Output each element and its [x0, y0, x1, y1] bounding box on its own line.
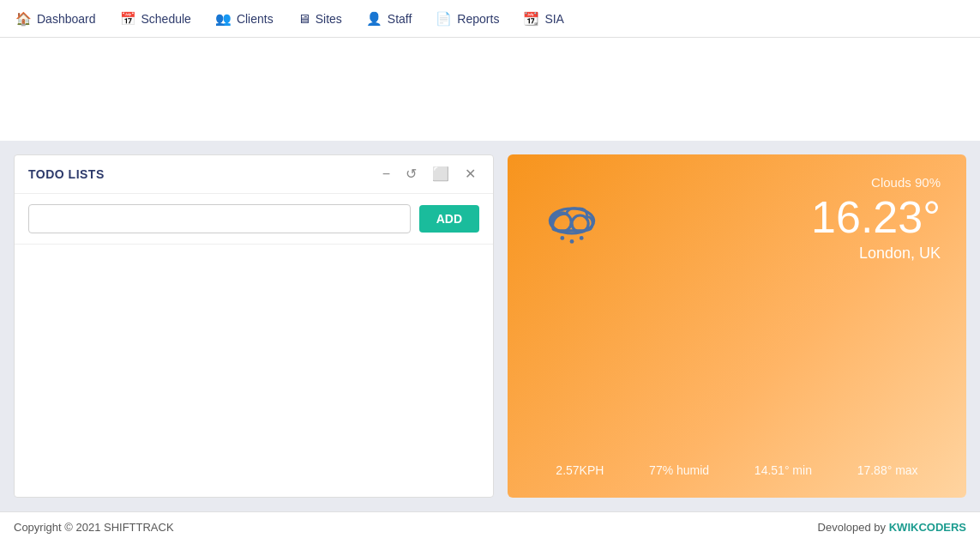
- nav-schedule-label: Schedule: [141, 12, 191, 26]
- svg-point-6: [580, 236, 584, 240]
- todo-minimize-button[interactable]: −: [379, 166, 394, 183]
- todo-body: [15, 245, 493, 497]
- nav-sia[interactable]: 📆 SIA: [521, 8, 566, 30]
- todo-controls: − ↺ ⬜ ✕: [379, 166, 479, 183]
- footer: Copyright © 2021 SHIFTTRACK Devoloped by…: [0, 511, 980, 538]
- nav-clients-label: Clients: [237, 12, 274, 26]
- nav-sites[interactable]: 🖥 Sites: [296, 8, 344, 29]
- weather-location: London, UK: [859, 245, 941, 263]
- todo-input-row: ADD: [15, 194, 493, 245]
- todo-widget: TODO LISTS − ↺ ⬜ ✕ ADD: [14, 154, 494, 498]
- footer-dev-prefix: Devoloped by: [818, 521, 889, 534]
- nav-schedule[interactable]: 📅 Schedule: [118, 8, 193, 30]
- nav-staff[interactable]: 👤 Staff: [364, 8, 414, 30]
- weather-cloud-icon: [538, 192, 606, 252]
- nav-sia-label: SIA: [544, 12, 564, 26]
- footer-copyright: Copyright © 2021 SHIFTTRACK: [14, 521, 174, 534]
- weather-temperature: 16.23°: [811, 195, 941, 239]
- weather-wind-value: 2.57KPH: [556, 463, 604, 477]
- schedule-icon: 📅: [120, 11, 136, 27]
- footer-dev: Devoloped by KWIKCODERS: [818, 521, 966, 534]
- todo-title: TODO LISTS: [28, 167, 105, 181]
- sites-icon: 🖥: [298, 11, 310, 26]
- nav-reports-label: Reports: [457, 12, 499, 26]
- weather-stat-min: 14.51° min: [755, 463, 812, 477]
- footer-dev-link[interactable]: KWIKCODERS: [889, 521, 966, 534]
- weather-clouds-label: Clouds 90%: [871, 175, 941, 190]
- main-nav: 🏠 Dashboard 📅 Schedule 👥 Clients 🖥 Sites…: [0, 0, 980, 38]
- weather-min-value: 14.51° min: [755, 463, 812, 477]
- nav-reports[interactable]: 📄 Reports: [434, 8, 501, 30]
- home-icon: 🏠: [15, 11, 32, 27]
- nav-sites-label: Sites: [316, 12, 342, 26]
- svg-point-5: [570, 239, 574, 244]
- todo-close-button[interactable]: ✕: [461, 166, 479, 183]
- nav-dashboard[interactable]: 🏠 Dashboard: [14, 8, 98, 30]
- hero-bar: [0, 38, 980, 141]
- sia-icon: 📆: [523, 11, 539, 27]
- todo-refresh-button[interactable]: ↺: [402, 166, 420, 183]
- todo-header: TODO LISTS − ↺ ⬜ ✕: [15, 155, 493, 194]
- weather-top-row: Clouds 90% 16.23° London, UK: [533, 175, 941, 263]
- weather-widget: Clouds 90% 16.23° London, UK 2.57KPH 77%…: [508, 154, 966, 498]
- staff-icon: 👤: [366, 11, 382, 27]
- weather-humidity-value: 77% humid: [649, 463, 709, 477]
- todo-add-button[interactable]: ADD: [419, 205, 479, 233]
- nav-clients[interactable]: 👥 Clients: [213, 8, 275, 30]
- content-area: TODO LISTS − ↺ ⬜ ✕ ADD: [0, 141, 980, 511]
- weather-max-value: 17.88° max: [857, 463, 918, 477]
- weather-icon-area: [533, 184, 610, 261]
- nav-staff-label: Staff: [388, 12, 412, 26]
- weather-stats: 2.57KPH 77% humid 14.51° min 17.88° max: [533, 429, 941, 477]
- todo-input[interactable]: [28, 204, 411, 233]
- todo-maximize-button[interactable]: ⬜: [429, 166, 453, 183]
- weather-info: Clouds 90% 16.23° London, UK: [636, 175, 941, 263]
- weather-stat-max: 17.88° max: [857, 463, 918, 477]
- weather-stat-wind: 2.57KPH: [556, 463, 604, 477]
- svg-point-4: [560, 236, 564, 240]
- clients-icon: 👥: [215, 11, 231, 27]
- weather-stat-humidity: 77% humid: [649, 463, 709, 477]
- reports-icon: 📄: [436, 11, 452, 27]
- nav-dashboard-label: Dashboard: [37, 12, 96, 26]
